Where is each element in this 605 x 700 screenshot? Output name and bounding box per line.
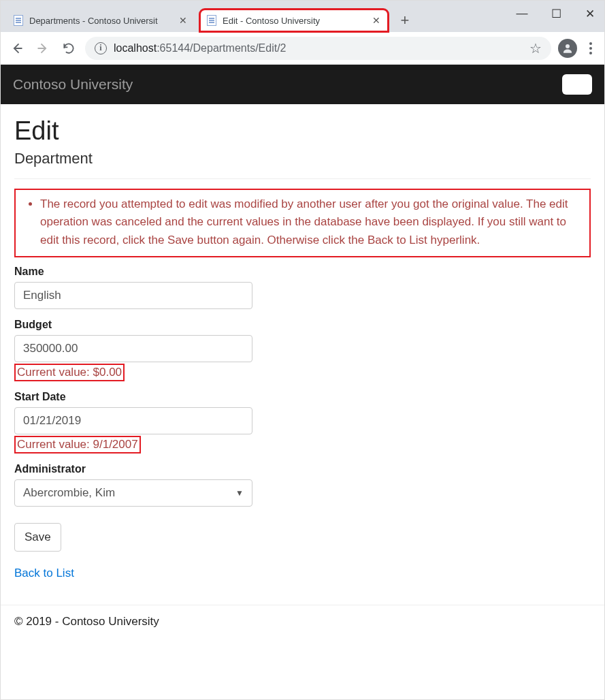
close-icon[interactable]: ✕	[371, 15, 382, 26]
site-navbar: Contoso University	[1, 65, 604, 104]
back-icon[interactable]	[7, 39, 27, 58]
chevron-down-icon: ▼	[235, 488, 244, 498]
footer-divider	[1, 605, 604, 605]
window-controls: ― ☐ ✕	[513, 5, 599, 22]
browser-toolbar: i localhost:65144/Departments/Edit/2 ☆	[1, 32, 604, 65]
budget-label: Budget	[14, 319, 259, 331]
url-port: :65144	[157, 42, 190, 54]
address-bar[interactable]: i localhost:65144/Departments/Edit/2 ☆	[85, 37, 551, 60]
footer: © 2019 - Contoso University	[1, 609, 604, 642]
minimize-icon[interactable]: ―	[513, 5, 531, 22]
menu-icon[interactable]	[584, 42, 598, 54]
page-title: Edit	[14, 116, 591, 146]
browser-tab-edit[interactable]: Edit - Contoso University ✕	[199, 9, 389, 32]
save-button[interactable]: Save	[14, 523, 61, 552]
budget-error: Current value: $0.00	[14, 364, 125, 381]
favicon-icon	[206, 15, 217, 26]
nav-toggle-button[interactable]	[562, 74, 592, 95]
profile-icon[interactable]	[558, 39, 577, 58]
name-field[interactable]: English	[14, 282, 252, 309]
form-group-admin: Administrator Abercrombie, Kim ▼	[14, 463, 259, 507]
budget-value: 350000.00	[23, 342, 78, 355]
tab-title: Departments - Contoso Universit	[29, 16, 174, 26]
start-date-label: Start Date	[14, 391, 259, 403]
divider	[14, 178, 591, 179]
start-date-error: Current value: 9/1/2007	[14, 436, 141, 454]
start-date-value: 01/21/2019	[23, 414, 81, 428]
url-host: localhost	[114, 42, 157, 54]
name-label: Name	[14, 266, 259, 278]
admin-select[interactable]: Abercrombie, Kim ▼	[14, 479, 252, 507]
form-group-name: Name English	[14, 266, 259, 309]
browser-tab-departments[interactable]: Departments - Contoso Universit ✕	[6, 9, 195, 32]
favicon-icon	[13, 15, 24, 26]
browser-tab-strip: Departments - Contoso Universit ✕ Edit -…	[1, 1, 604, 32]
start-date-field[interactable]: 01/21/2019	[14, 407, 252, 434]
reload-icon[interactable]	[59, 39, 78, 58]
svg-point-0	[566, 44, 570, 48]
url-path: /Departments/Edit/2	[190, 42, 286, 54]
site-info-icon[interactable]: i	[95, 42, 107, 54]
maximize-icon[interactable]: ☐	[547, 5, 565, 22]
close-icon[interactable]: ✕	[178, 15, 189, 26]
form-group-budget: Budget 350000.00 Current value: $0.00	[14, 319, 259, 381]
close-window-icon[interactable]: ✕	[581, 5, 599, 22]
admin-label: Administrator	[14, 463, 259, 475]
admin-value: Abercrombie, Kim	[23, 486, 115, 500]
validation-summary-item: The record you attempted to edit was mod…	[40, 195, 583, 249]
bookmark-icon[interactable]: ☆	[529, 40, 542, 57]
budget-field[interactable]: 350000.00	[14, 335, 252, 362]
brand[interactable]: Contoso University	[13, 76, 133, 93]
validation-summary: The record you attempted to edit was mod…	[14, 189, 591, 257]
tab-title: Edit - Contoso University	[223, 16, 367, 26]
form-group-start-date: Start Date 01/21/2019 Current value: 9/1…	[14, 391, 259, 454]
name-value: English	[23, 289, 61, 302]
back-to-list-link[interactable]: Back to List	[14, 567, 591, 580]
new-tab-button[interactable]: +	[395, 11, 414, 30]
forward-icon[interactable]	[33, 39, 52, 58]
page-content: Edit Department The record you attempted…	[1, 104, 604, 587]
page-subtitle: Department	[14, 150, 591, 168]
